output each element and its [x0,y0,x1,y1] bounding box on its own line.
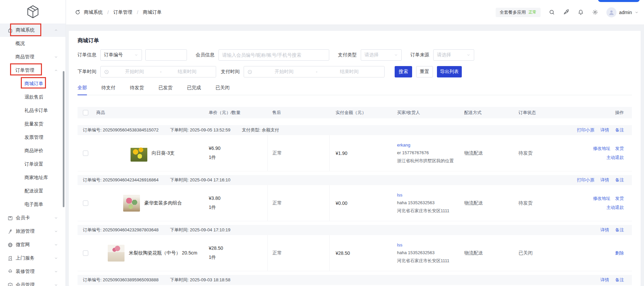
order-block: 订单编号: 20250905604538384515072 下单时间: 2025… [78,125,632,171]
ship-link[interactable]: 发货 [615,195,624,202]
buyer-name-link[interactable]: erkang [397,142,459,148]
sidebar-item-member-card[interactable]: 会员卡 [0,211,65,225]
detail-link[interactable]: 详情 [600,127,609,133]
app-logo[interactable] [0,0,65,23]
product-price: ¥3.80 [209,195,267,201]
buyer-name-link[interactable]: lss [397,242,459,247]
note-link[interactable]: 备注 [615,277,624,283]
sidebar-item-batch-shipping[interactable]: 批量发货 [0,117,65,131]
row-checkbox[interactable] [83,151,88,156]
sidebar-item-door-service[interactable]: 上门服务 [0,251,65,265]
row-checkbox[interactable] [83,250,88,256]
tab-shipped[interactable]: 已发货 [158,85,172,95]
filter-row-2: 下单时间 开始时间 - 结束时间 支付时间 开始时间 - 结束时间 搜索 重置 … [78,66,632,77]
sidebar-item-order-settings[interactable]: 订单设置 [0,158,65,171]
breadcrumb-separator: / [107,10,109,15]
export-list-button[interactable]: 导出列表 [437,66,462,77]
sidebar-item-label: 退款售后 [24,94,43,100]
pay-type-select[interactable]: 请选择 [361,49,402,61]
bell-icon[interactable] [578,9,584,15]
chevron-down-icon [466,53,470,57]
breadcrumb-item[interactable]: 商城系统 [84,9,103,15]
edit-address-link[interactable]: 修改地址 [593,146,610,152]
search-button[interactable]: 搜索 [395,66,412,77]
sidebar-item-overview[interactable]: 概况 [0,37,65,50]
chevron-down-icon [54,55,58,59]
sidebar-item-product-reviews[interactable]: 商品评价 [0,144,65,158]
rocket-icon[interactable] [563,9,569,15]
sidebar-item-refund-aftersale[interactable]: 退款售后 [0,91,65,104]
order-number-input[interactable] [145,49,187,61]
note-link[interactable]: 备注 [615,227,624,233]
select-all-checkbox[interactable] [83,110,88,115]
refund-link[interactable]: 主动退款 [606,205,624,211]
plan-badge[interactable]: 全套餐多应用 正常 [496,8,541,17]
delivery-method: 物流配送 [464,150,512,156]
sidebar: 商城系统 概况 商品管理 订单管理 商城订单 退款售后 礼品卡订单 批量发货 发… [0,0,66,286]
sidebar-item-e-waybill[interactable]: 电子面单 [0,198,65,211]
sidebar-item-label: 订单管理 [15,67,34,73]
order-source-label: 订单来源 [410,52,429,58]
order-info-type-select[interactable]: 订单编号 [100,49,142,61]
member-search-input[interactable] [218,49,329,61]
detail-link[interactable]: 详情 [600,177,609,183]
edit-address-link[interactable]: 修改地址 [593,195,610,202]
refund-link[interactable]: 主动退款 [606,155,624,161]
note-link[interactable]: 备注 [615,127,624,133]
sidebar-item-order-mgmt[interactable]: 订单管理 [0,64,65,77]
col-actions: 操作 [569,110,632,116]
buyer-address: 河北省石家庄市长安区1111 [397,208,459,214]
pay-time-label: 支付时间 [221,69,240,75]
refresh-icon[interactable] [75,9,81,15]
breadcrumb-item[interactable]: 订单管理 [113,9,132,15]
sidebar-item-member-mgmt[interactable]: 会员管理 [0,278,65,286]
sidebar-item-label: 商城订单 [24,81,43,87]
order-source-select[interactable]: 请选择 [433,49,474,61]
buyer-address: 河北省石家庄市长安区1111 [397,258,459,264]
gear-icon[interactable] [592,9,598,15]
buyer-name-link[interactable]: lss [397,192,459,197]
sidebar-item-giftcard-orders[interactable]: 礼品卡订单 [0,104,65,117]
start-time-placeholder: 开始时间 [252,69,316,75]
product-image [108,245,125,262]
product-price: ¥6.90 [209,146,267,151]
sidebar-item-label: 上门服务 [16,255,35,261]
print-receipt-link[interactable]: 打印小票 [577,177,594,183]
sidebar-item-delivery-settings[interactable]: 配送设置 [0,184,65,198]
row-checkbox[interactable] [83,201,88,206]
sidebar-item-mall-orders[interactable]: 商城订单 [0,77,65,91]
order-time-label: 下单时间: [170,277,189,282]
user-menu[interactable]: admin [606,7,639,17]
sidebar-item-travel-mgmt[interactable]: 旅游管理 [0,225,65,238]
order-block: 订单编号: 20250903603895965093888 下单时间: 2025… [78,275,632,285]
sidebar-item-invoice-mgmt[interactable]: 发票管理 [0,131,65,144]
sidebar-item-merchant-address[interactable]: 商家地址库 [0,171,65,184]
topbar: 商城系统 / 订单管理 / 商城订单 全套餐多应用 正常 admin [66,0,644,25]
sidebar-scrollbar[interactable] [63,71,64,207]
delete-link[interactable]: 删除 [615,250,624,256]
door-icon [7,255,13,261]
tab-pending-shipment[interactable]: 待发货 [130,85,144,95]
sidebar-item-decor-mgmt[interactable]: 装修管理 [0,265,65,278]
note-link[interactable]: 备注 [615,177,624,183]
tab-completed[interactable]: 已完成 [187,85,201,95]
sidebar-item-label: 商城系统 [16,27,35,33]
sidebar-item-product-mgmt[interactable]: 商品管理 [0,50,65,64]
reset-button[interactable]: 重置 [416,66,433,77]
sidebar-item-micro-site[interactable]: 微官网 [0,238,65,251]
detail-link[interactable]: 详情 [600,227,609,233]
search-icon[interactable] [549,9,555,15]
product-image [123,195,140,212]
ship-link[interactable]: 发货 [615,146,624,152]
order-time-range-picker[interactable]: 开始时间 - 结束时间 [100,66,216,77]
print-receipt-link[interactable]: 打印小票 [577,127,594,133]
pay-time-range-picker[interactable]: 开始时间 - 结束时间 [244,66,385,77]
tab-closed[interactable]: 已关闭 [215,85,230,95]
sidebar-item-label: 概况 [15,41,25,47]
tab-pending-payment[interactable]: 待支付 [101,85,115,95]
detail-link[interactable]: 详情 [600,277,609,283]
breadcrumb-item[interactable]: 商城订单 [143,9,162,15]
order-product-row: 豪华套装多肉组合 ¥3.80 1件 正常 ¥0.00 lss haha 1535… [78,185,632,221]
tab-all[interactable]: 全部 [78,85,87,95]
sidebar-item-mall-system[interactable]: 商城系统 [0,23,65,37]
